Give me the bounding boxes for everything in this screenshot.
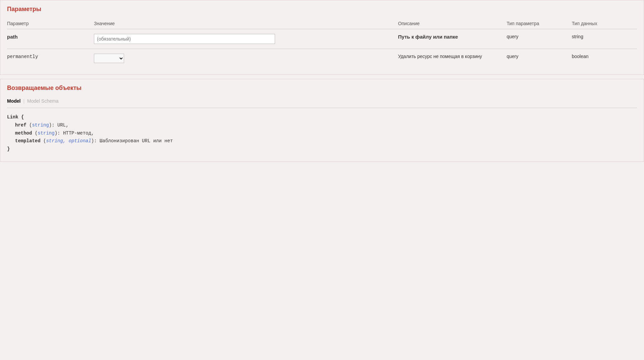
path-label: path	[7, 34, 18, 40]
returns-title: Возвращаемые объекты	[7, 85, 637, 92]
model-content: Link { href (string): URL, method (strin…	[7, 113, 637, 153]
returns-section: Возвращаемые объекты Model | Model Schem…	[0, 79, 644, 162]
field-desc-method: HTTP-метод,	[63, 131, 94, 136]
model-field-href: href (string): URL,	[7, 121, 637, 130]
col-header-description: Описание	[398, 18, 507, 29]
param-name-permanently: permanently	[7, 49, 94, 68]
param-type-path: query	[506, 29, 572, 49]
param-name-path: path	[7, 29, 94, 49]
field-paren-close-templated: ):	[91, 138, 100, 144]
param-type-permanently: query	[506, 49, 572, 68]
params-section: Параметры Параметр Значение Описание Тип…	[0, 0, 644, 75]
field-desc-href: URL,	[57, 122, 69, 128]
permanently-select[interactable]: true false	[94, 54, 124, 63]
data-type-path: string	[572, 29, 637, 49]
model-class-close: }	[7, 145, 637, 153]
model-tabs: Model | Model Schema	[7, 97, 637, 108]
table-row: permanently true false Удалить ресурс не…	[7, 49, 637, 68]
tab-model-schema[interactable]: Model Schema	[27, 97, 58, 105]
param-desc-permanently: Удалить ресурс не помещая в корзину	[398, 49, 507, 68]
col-header-value: Значение	[94, 18, 398, 29]
model-class-open: Link {	[7, 113, 637, 121]
field-paren-open-method: (	[35, 131, 38, 136]
col-header-param-type: Тип параметра	[506, 18, 572, 29]
field-paren-close-method: ):	[55, 131, 63, 136]
param-desc-path: Путь к файлу или папке	[398, 29, 507, 49]
field-type-href: string	[32, 122, 49, 128]
path-input[interactable]	[94, 34, 275, 44]
table-row: path Путь к файлу или папке query string	[7, 29, 637, 49]
field-name-method: method	[15, 131, 32, 136]
tab-separator: |	[23, 98, 24, 104]
field-name-templated: templated	[15, 138, 41, 144]
param-value-permanently[interactable]: true false	[94, 49, 398, 68]
param-value-path[interactable]	[94, 29, 398, 49]
col-header-data-type: Тип данных	[572, 18, 637, 29]
field-paren-close-href: ):	[49, 122, 57, 128]
col-header-param: Параметр	[7, 18, 94, 29]
field-type-method: string	[38, 131, 54, 136]
field-name-href: href	[15, 122, 26, 128]
params-title: Параметры	[7, 6, 637, 13]
field-desc-templated: Шаблонизирован URL или нет	[100, 138, 173, 144]
model-field-method: method (string): HTTP-метод,	[7, 130, 637, 138]
params-table: Параметр Значение Описание Тип параметра…	[7, 18, 637, 68]
field-type-templated: string, optional	[46, 138, 91, 144]
page-wrapper: Параметры Параметр Значение Описание Тип…	[0, 0, 644, 360]
tab-model[interactable]: Model	[7, 97, 20, 105]
path-description: Путь к файлу или папке	[398, 34, 458, 40]
data-type-permanently: boolean	[572, 49, 637, 68]
model-field-templated: templated (string, optional): Шаблонизир…	[7, 137, 637, 145]
permanently-label: permanently	[7, 54, 38, 59]
